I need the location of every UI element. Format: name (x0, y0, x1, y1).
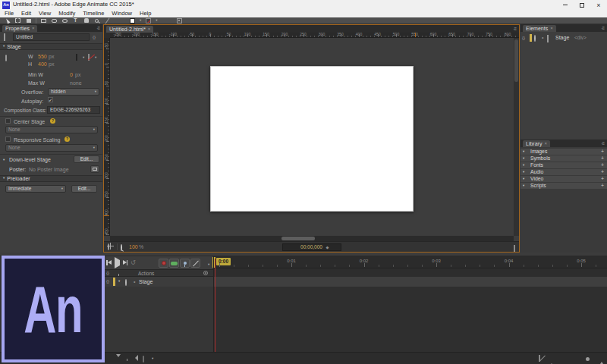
panel-menu-icon[interactable]: -≡ (514, 27, 517, 32)
menu-modify[interactable]: Modify (58, 11, 75, 17)
filter-funnel-icon[interactable] (116, 357, 121, 363)
filter-icon[interactable] (203, 271, 208, 275)
open-actions-icon[interactable]: {} (106, 279, 109, 284)
open-actions-icon[interactable]: {} (522, 36, 525, 41)
tab-document[interactable]: Untitled-2.html* × (106, 26, 153, 33)
selection-tool[interactable] (4, 17, 11, 24)
help-icon[interactable]: ? (50, 118, 55, 124)
library-section-images[interactable]: ▾Images+ (521, 149, 607, 155)
width-unit[interactable]: px (49, 54, 54, 60)
canvas-area[interactable] (110, 38, 515, 236)
fill-color-swatch[interactable] (129, 17, 136, 24)
preloader-dropdown[interactable]: Immediate ▾ (5, 185, 66, 193)
add-asset-button[interactable]: + (601, 162, 604, 168)
close-icon[interactable]: × (32, 26, 35, 31)
resize-grip-icon[interactable] (514, 245, 515, 251)
transform-tool[interactable] (14, 17, 21, 24)
chevron-down-icon[interactable]: ▾ (152, 357, 153, 361)
responsive-scaling-dropdown[interactable]: None ▾ (5, 144, 98, 152)
border-color-swatch[interactable] (145, 17, 152, 24)
library-section-video[interactable]: ▾Video+ (521, 176, 607, 182)
height-unit[interactable]: px (49, 61, 54, 67)
library-section-fonts[interactable]: ▾Fonts+ (521, 162, 607, 168)
scrollbar-thumb[interactable] (281, 237, 315, 240)
layout-defaults-button[interactable] (176, 17, 183, 24)
tab-elements[interactable]: Elements × (523, 25, 556, 32)
max-w-value[interactable]: none (70, 80, 82, 86)
visibility-eye-icon[interactable] (534, 36, 536, 42)
clipping-tool[interactable] (25, 17, 32, 24)
menu-help[interactable]: Help (140, 11, 151, 17)
menu-window[interactable]: Window (112, 11, 132, 17)
vertical-scrollbar[interactable] (514, 38, 519, 236)
rounded-rectangle-tool[interactable] (51, 17, 58, 24)
help-icon[interactable]: ? (64, 136, 70, 142)
visibility-eye-icon[interactable] (125, 280, 127, 286)
pin-playhead-button[interactable] (180, 259, 190, 268)
library-section-audio[interactable]: ▾Audio+ (521, 169, 607, 175)
add-asset-button[interactable]: + (601, 176, 604, 182)
center-stage-dropdown[interactable]: None ▾ (5, 126, 98, 133)
open-actions-icon[interactable]: {} (93, 35, 96, 40)
panel-menu-icon[interactable]: -≡ (97, 26, 100, 31)
timecode-display[interactable]: 00:00,000 ◆ (282, 243, 341, 251)
menu-edit[interactable]: Edit (21, 11, 31, 17)
stage-section-header[interactable]: ▾ Stage (0, 43, 102, 50)
center-stage-checkbox[interactable] (5, 118, 11, 124)
panel-menu-icon[interactable]: -≡ (602, 26, 605, 31)
overflow-dropdown[interactable]: hidden ▾ (48, 88, 99, 96)
chevron-down-icon[interactable]: ▾ (83, 56, 84, 60)
close-icon[interactable]: × (148, 27, 151, 32)
library-section-scripts[interactable]: ▾Scripts+ (521, 183, 607, 189)
chevron-icon[interactable]: ▾ (3, 158, 5, 162)
stage-color-swatch[interactable] (76, 55, 77, 61)
composition-class-input[interactable]: EDGE-226926263 (47, 106, 100, 114)
close-icon[interactable]: × (550, 26, 553, 31)
height-value[interactable]: 400 (38, 61, 47, 67)
add-asset-button[interactable]: + (601, 149, 604, 155)
responsive-scaling-checkbox[interactable] (5, 136, 11, 142)
scrollbar-thumb[interactable] (514, 39, 518, 82)
center-stage-icon[interactable] (108, 244, 109, 250)
library-section-symbols[interactable]: ▾Symbols+ (521, 155, 607, 162)
menu-view[interactable]: View (39, 11, 51, 17)
timeline-track-stage[interactable] (214, 277, 607, 287)
timeline-row-stage[interactable]: {} ▾ • Stage (103, 277, 213, 287)
downlevel-edit-button[interactable]: Edit... (74, 155, 99, 163)
slider-handle[interactable] (586, 357, 590, 361)
chevron-down-icon[interactable]: ▾ (156, 19, 157, 23)
menu-file[interactable]: File (5, 11, 14, 17)
zoom-icon[interactable] (121, 245, 122, 251)
width-value[interactable]: 550 (38, 54, 47, 60)
autoplay-checkbox[interactable]: ✓ (48, 97, 53, 102)
add-asset-button[interactable]: + (601, 169, 604, 175)
horizontal-scrollbar[interactable] (110, 236, 514, 241)
tab-properties[interactable]: Properties × (2, 25, 37, 32)
min-w-unit[interactable]: px (75, 72, 80, 78)
text-tool[interactable]: T (72, 17, 79, 24)
keyboard-shortcuts-icon[interactable] (143, 356, 144, 362)
rectangle-tool[interactable] (40, 17, 47, 24)
stage-border-swatch[interactable] (88, 55, 90, 61)
zoom-to-fit-icon[interactable] (539, 356, 540, 362)
play-button[interactable] (115, 260, 120, 266)
min-w-value[interactable]: 0 (70, 72, 73, 78)
preloader-edit-button[interactable]: Edit... (71, 185, 97, 193)
add-asset-button[interactable]: + (601, 183, 604, 189)
menu-timeline[interactable]: Timeline (83, 11, 104, 17)
close-icon[interactable]: × (544, 141, 547, 146)
panel-menu-icon[interactable]: -≡ (602, 141, 605, 146)
hand-tool[interactable] (83, 17, 90, 24)
add-asset-button[interactable]: + (601, 155, 604, 162)
tab-library[interactable]: Library × (523, 140, 550, 147)
rewind-button[interactable] (106, 260, 112, 265)
composition-name-input[interactable]: Untitled (13, 33, 90, 41)
chevron-down-icon[interactable]: ▾ (208, 263, 209, 267)
poster-capture-button[interactable] (90, 165, 99, 173)
timeline-divider[interactable] (213, 256, 214, 352)
preloader-section-header[interactable]: ▾ Preloader (0, 175, 102, 182)
stage[interactable] (210, 66, 414, 212)
auto-keyframe-button[interactable] (159, 259, 168, 268)
zoom-tool[interactable] (93, 17, 100, 24)
close-button[interactable]: × (590, 0, 607, 10)
